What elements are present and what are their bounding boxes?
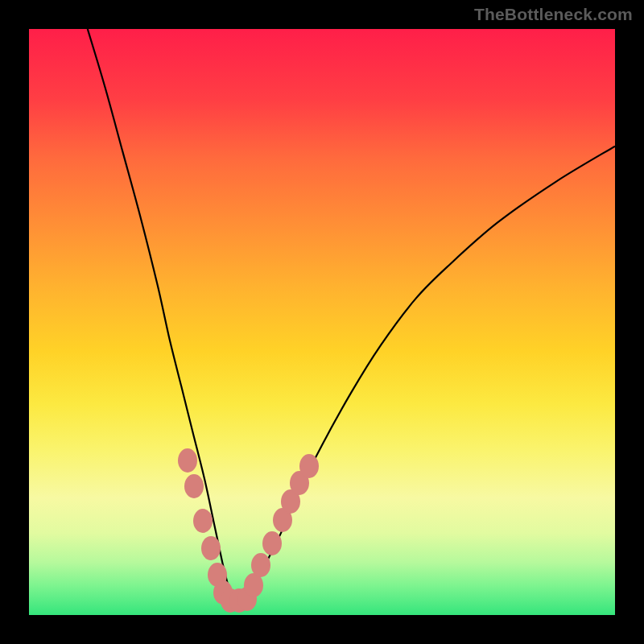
- plot-area: [29, 29, 615, 615]
- curve-marker: [201, 536, 221, 560]
- curve-marker: [178, 448, 197, 473]
- curve-marker: [299, 454, 319, 478]
- curve-marker: [193, 509, 213, 533]
- watermark-text: TheBottleneck.com: [474, 5, 633, 24]
- chart-frame: TheBottleneck.com: [0, 0, 644, 644]
- curve-marker: [251, 553, 270, 577]
- bottleneck-curve: [88, 29, 615, 605]
- curve-marker: [184, 474, 204, 498]
- curve-marker: [262, 531, 282, 555]
- curve-svg: [29, 29, 615, 615]
